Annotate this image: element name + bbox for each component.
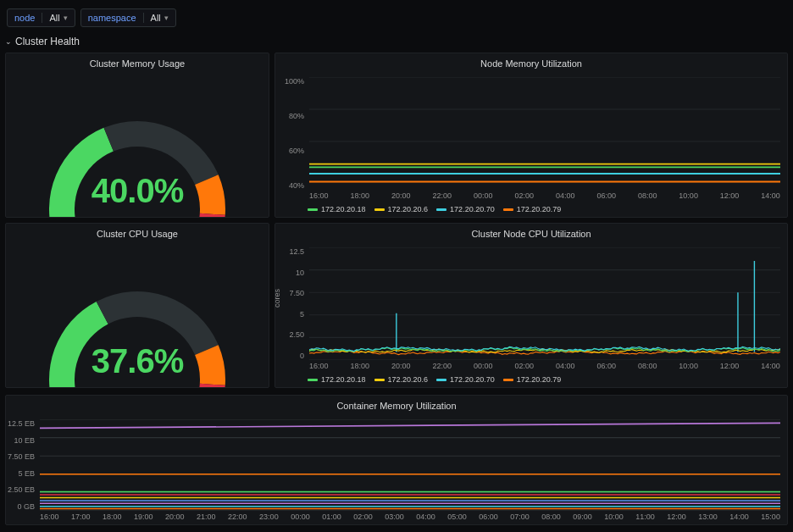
axis-tick: 04:00 <box>556 191 575 203</box>
y-axis: 12.5 EB10 EB7.50 EB5 EB2.50 EB0 GB <box>6 419 38 511</box>
panel-title: Cluster Node CPU Utilization <box>275 224 787 241</box>
legend-swatch <box>436 208 446 211</box>
panel-grid: Cluster Memory Usage 40.0% Node Memory U… <box>0 53 793 388</box>
panel-node-memory-utilization[interactable]: Node Memory Utilization 100%80%60%40% 16… <box>274 53 788 218</box>
axis-tick: 13:00 <box>698 513 718 524</box>
panel-cluster-cpu-usage[interactable]: Cluster CPU Usage 37.6% <box>5 223 269 388</box>
legend-swatch <box>503 208 513 211</box>
legend-swatch <box>503 379 513 381</box>
chart-body: 100%80%60%40% 16:0018:0020:0022:0000:000… <box>275 70 787 203</box>
axis-tick: 80% <box>275 112 304 120</box>
panel-cluster-node-cpu-utilization[interactable]: Cluster Node CPU Utilization 12.5107.505… <box>274 223 788 388</box>
axis-tick: 05:00 <box>447 513 467 524</box>
gauge-value: 40.0% <box>92 172 183 210</box>
axis-tick: 03:00 <box>385 513 404 524</box>
axis-tick: 18:00 <box>350 191 369 203</box>
panel-cluster-memory-usage[interactable]: Cluster Memory Usage 40.0% <box>5 53 269 218</box>
chart-body: 12.5107.5052.500 cores 16:0018:0020:0022… <box>275 241 787 374</box>
axis-tick: 07:00 <box>510 513 530 524</box>
svg-line-23 <box>40 423 780 428</box>
plot-svg <box>309 247 780 360</box>
axis-tick: 12.5 EB <box>6 419 35 428</box>
plot-svg <box>40 419 780 511</box>
legend: 172.20.20.18172.20.20.6172.20.20.70172.2… <box>275 203 787 217</box>
axis-tick: 23:00 <box>259 513 279 524</box>
legend-item[interactable]: 172.20.20.6 <box>374 375 429 384</box>
axis-tick: 18:00 <box>350 362 369 374</box>
chevron-down-icon: ⌄ <box>5 37 12 46</box>
legend-label: 172.20.20.18 <box>321 205 366 213</box>
axis-tick: 18:00 <box>103 513 122 524</box>
axis-tick: 12:00 <box>667 513 686 524</box>
axis-tick: 00:00 <box>474 362 493 374</box>
variable-namespace: namespace All ▾ <box>80 8 176 27</box>
legend-item[interactable]: 172.20.20.18 <box>308 375 366 384</box>
variable-value-text: All <box>49 13 59 23</box>
chevron-down-icon: ▾ <box>64 14 68 22</box>
axis-tick: 22:00 <box>228 513 247 524</box>
axis-tick: 19:00 <box>134 513 153 524</box>
y-axis-label: cores <box>274 288 281 307</box>
axis-tick: 11:00 <box>635 513 655 524</box>
chevron-down-icon: ▾ <box>164 14 169 22</box>
axis-tick: 06:00 <box>479 513 498 524</box>
panel-title: Cluster Memory Usage <box>6 53 269 70</box>
axis-tick: 40% <box>275 181 304 190</box>
axis-tick: 21:00 <box>197 513 216 524</box>
variable-value-node[interactable]: All ▾ <box>42 13 74 23</box>
legend-label: 172.20.20.70 <box>450 375 495 384</box>
gauge-cpu: 37.6% <box>6 241 269 387</box>
legend-swatch <box>436 379 446 381</box>
axis-tick: 16:00 <box>309 191 329 203</box>
plot-area <box>309 247 780 360</box>
axis-tick: 01:00 <box>322 513 341 524</box>
legend-item[interactable]: 172.20.20.18 <box>308 205 366 213</box>
axis-tick: 14:00 <box>761 362 780 374</box>
axis-tick: 2.50 <box>275 330 304 339</box>
axis-tick: 04:00 <box>416 513 435 524</box>
x-axis: 16:0018:0020:0022:0000:0002:0004:0006:00… <box>309 362 780 374</box>
legend-item[interactable]: 172.20.20.70 <box>436 205 495 213</box>
panel-container-memory-utilization[interactable]: Container Memory Utilization 12.5 EB10 E… <box>5 395 788 525</box>
axis-tick: 14:00 <box>761 191 780 203</box>
legend-swatch <box>308 208 318 211</box>
axis-tick: 22:00 <box>432 362 452 374</box>
axis-tick: 20:00 <box>391 362 411 374</box>
axis-tick: 09:00 <box>573 513 592 524</box>
legend: 172.20.20.18172.20.20.6172.20.20.70172.2… <box>275 374 787 387</box>
legend-label: 172.20.20.70 <box>450 205 495 213</box>
axis-tick: 7.50 EB <box>6 452 35 461</box>
axis-tick: 0 GB <box>6 502 35 511</box>
variable-value-namespace[interactable]: All ▾ <box>143 13 175 23</box>
axis-tick: 20:00 <box>165 513 185 524</box>
legend-item[interactable]: 172.20.20.70 <box>436 375 495 384</box>
axis-tick: 10 <box>275 269 304 277</box>
axis-tick: 08:00 <box>638 362 657 374</box>
legend-item[interactable]: 172.20.20.6 <box>374 205 429 213</box>
axis-tick: 12:00 <box>720 362 740 374</box>
axis-tick: 00:00 <box>474 191 493 203</box>
axis-tick: 2.50 EB <box>6 485 35 494</box>
panel-title: Cluster CPU Usage <box>6 224 269 241</box>
axis-tick: 06:00 <box>596 191 616 203</box>
axis-tick: 16:00 <box>309 362 329 374</box>
axis-tick: 10 EB <box>6 436 35 445</box>
legend-swatch <box>374 379 385 381</box>
row-header-cluster-health[interactable]: ⌄ Cluster Health <box>0 32 793 53</box>
axis-tick: 08:00 <box>541 513 561 524</box>
axis-tick: 02:00 <box>514 362 534 374</box>
variable-label-namespace: namespace <box>81 13 143 23</box>
axis-tick: 14:00 <box>729 513 749 524</box>
legend-item[interactable]: 172.20.20.79 <box>503 205 562 213</box>
legend-item[interactable]: 172.20.20.79 <box>503 375 562 384</box>
legend-swatch <box>374 208 385 211</box>
chart-body: 12.5 EB10 EB7.50 EB5 EB2.50 EB0 GB 16:00… <box>6 413 787 524</box>
x-axis: 16:0018:0020:0022:0000:0002:0004:0006:00… <box>309 191 780 203</box>
axis-tick: 20:00 <box>391 191 411 203</box>
axis-tick: 17:00 <box>71 513 91 524</box>
axis-tick: 22:00 <box>432 191 452 203</box>
variable-node: node All ▾ <box>7 8 75 27</box>
variable-toolbar: node All ▾ namespace All ▾ <box>0 0 793 32</box>
legend-swatch <box>308 379 318 381</box>
axis-tick: 02:00 <box>353 513 373 524</box>
